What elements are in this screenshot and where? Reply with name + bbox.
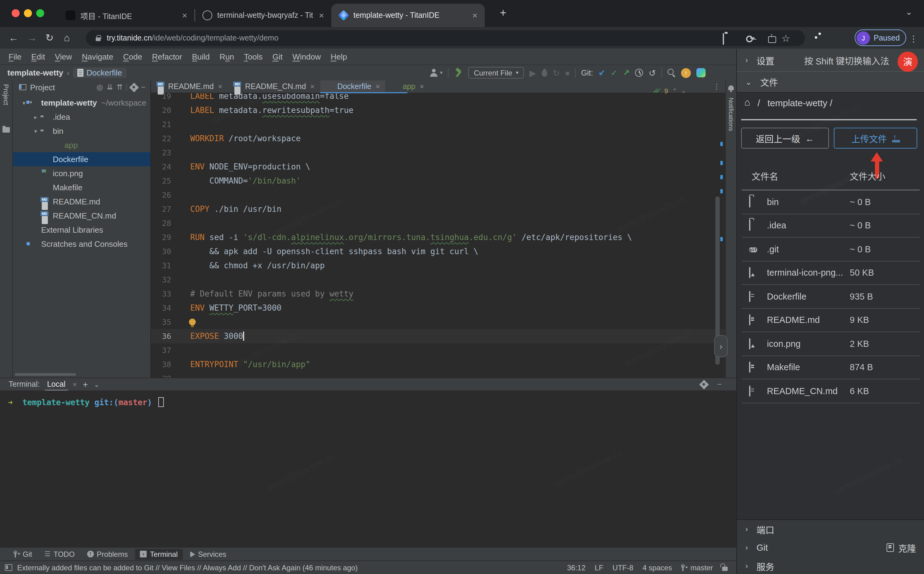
menu-navigate[interactable]: Navigate — [77, 52, 118, 62]
menu-build[interactable]: Build — [187, 52, 215, 62]
code-line-25[interactable]: 25 COMMAND='/bin/bash' — [151, 174, 725, 188]
toolwindow-button-git[interactable]: Git — [9, 549, 37, 560]
toolwindow-button-services[interactable]: Services — [185, 549, 231, 560]
terminal-tab-local[interactable]: Local — [46, 380, 67, 389]
browser-tab-template-wetty-titanide[interactable]: template-wetty - TitanIDE× — [331, 4, 485, 27]
editor-tab-close-icon[interactable]: × — [218, 82, 222, 91]
window-zoom-button[interactable] — [36, 9, 44, 17]
user-accounts-icon[interactable] — [429, 69, 438, 77]
tree-item-external-libraries[interactable]: External Libraries — [13, 223, 150, 237]
editor-tab-close-icon[interactable]: × — [376, 82, 380, 91]
terminal-new-session-icon[interactable]: + — [83, 379, 88, 389]
code-line-34[interactable]: 34ENV WETTY_PORT=3000 — [151, 301, 725, 315]
code-line-36[interactable]: 36EXPOSE 3000 — [151, 329, 725, 343]
code-line-20[interactable]: 20LABEL metadata.rewritesubpath=true — [151, 103, 725, 117]
editor-tab-dockerfile[interactable]: Dockerfile× — [320, 80, 385, 93]
terminal-dropdown-icon[interactable]: ⌄ — [94, 381, 99, 388]
editor-tab-close-icon[interactable]: × — [310, 82, 314, 91]
editor-tab-readme-md[interactable]: README.md× — [151, 80, 228, 93]
terminal-tab-close-icon[interactable]: × — [73, 381, 77, 388]
project-horizontal-scrollbar[interactable] — [15, 373, 76, 376]
menu-git[interactable]: Git — [267, 52, 288, 62]
url-text[interactable]: try.titanide.cn/ide/web/coding/template-… — [107, 34, 278, 43]
tree-item-readme-cn-md[interactable]: README_CN.md — [13, 209, 150, 223]
settings-section-header[interactable]: › 设置 按 Shift 键切换输入法 — [737, 49, 924, 72]
terminal-minimize-icon[interactable]: − — [717, 380, 721, 389]
code-line-30[interactable]: 30 && apk add -U openssh-client sshpass … — [151, 244, 725, 259]
toolwindow-button-problems[interactable]: !Problems — [82, 549, 132, 560]
file-row-readme-md[interactable]: README.md9 KB — [742, 309, 920, 332]
section-git[interactable]: ›Git克隆 — [737, 538, 924, 557]
code-line-38[interactable]: 38ENTRYPOINT "/usr/bin/app" — [151, 357, 725, 371]
code-line-35[interactable]: 35 — [151, 315, 725, 329]
menu-refactor[interactable]: Refactor — [147, 52, 187, 62]
file-row-git[interactable]: git.git~ 0 B — [742, 238, 920, 261]
panel-expander-button[interactable]: › — [714, 335, 728, 357]
code-line-33[interactable]: 33# Default ENV params used by wetty — [151, 287, 725, 301]
tree-chevron-icon[interactable]: ▸ — [31, 114, 41, 120]
code-line-31[interactable]: 31 && chmod +x /usr/bin/app — [151, 259, 725, 273]
quickfix-bulb-icon[interactable] — [189, 319, 196, 325]
forward-icon[interactable]: → — [27, 32, 37, 44]
tree-item-readme-md[interactable]: README.md — [13, 195, 150, 209]
window-minimize-button[interactable] — [24, 9, 32, 17]
editor-tab-readme-cn-md[interactable]: README_CN.md× — [228, 80, 320, 93]
upload-file-button[interactable]: 上传文件 — [834, 128, 917, 148]
file-row-bin[interactable]: bin~ 0 B — [742, 190, 920, 214]
tree-item-makefile[interactable]: Makefile — [13, 180, 150, 195]
git-update-icon[interactable]: ↙ — [599, 68, 605, 77]
media-router-icon[interactable] — [723, 33, 724, 45]
search-everywhere-icon[interactable] — [668, 69, 676, 77]
locate-file-icon[interactable]: ◎ — [97, 83, 103, 91]
toolwindow-button-todo[interactable]: ☰TODO — [39, 549, 80, 560]
tree-item-icon-png[interactable]: icon.png — [13, 166, 150, 180]
commander-folder-icon[interactable] — [2, 127, 10, 132]
terminal-settings-gear-icon[interactable] — [701, 381, 707, 388]
code-line-27[interactable]: 27COPY ./bin /usr/bin — [151, 202, 725, 216]
file-row-makefile[interactable]: Makefile874 B — [742, 356, 920, 379]
menu-run[interactable]: Run — [215, 52, 239, 62]
code-line-21[interactable]: 21 — [151, 117, 725, 131]
build-hammer-icon[interactable] — [454, 68, 463, 77]
browser-menu-dots-icon[interactable]: ⋮ — [909, 34, 918, 44]
lock-icon[interactable] — [96, 37, 101, 41]
toolwindow-toggle-icon[interactable] — [5, 564, 12, 571]
stripe-project-tab[interactable]: Project — [2, 84, 10, 105]
code-line-39[interactable]: 39 — [151, 371, 725, 378]
file-row-readme-cn-md[interactable]: README_CN.md6 KB — [742, 379, 920, 403]
tab-close-icon[interactable]: × — [318, 10, 325, 20]
new-tab-button[interactable]: + — [497, 7, 509, 20]
code-line-24[interactable]: 24ENV NODE_ENV=production \ — [151, 159, 725, 174]
code-line-29[interactable]: 29RUN sed -i 's/dl-cdn.alpinelinux.org/m… — [151, 230, 725, 244]
menu-view[interactable]: View — [50, 52, 77, 62]
git-push-icon[interactable]: ↗ — [623, 68, 630, 77]
project-options-gear-icon[interactable] — [131, 84, 137, 91]
breadcrumb-project[interactable]: template-wetty — [7, 68, 63, 77]
tree-item-app[interactable]: app — [13, 138, 150, 152]
tree-item-dockerfile[interactable]: Dockerfile — [13, 152, 150, 166]
file-row-icon-png[interactable]: icon.png2 KB — [742, 332, 920, 356]
tree-item-scratches-and-consoles[interactable]: Scratches and Consoles — [13, 237, 150, 251]
file-encoding[interactable]: UTF-8 — [613, 563, 633, 572]
terminal-output[interactable]: ➜ template-wetty git:(master) — [0, 390, 736, 574]
editor-tab-close-icon[interactable]: × — [420, 82, 424, 91]
run-icon[interactable]: ▶ — [530, 68, 536, 78]
next-problem-icon[interactable]: ⌄ — [681, 88, 686, 94]
status-message[interactable]: Externally added files can be added to G… — [17, 563, 358, 572]
update-available-icon[interactable]: ↑ — [681, 68, 691, 78]
breadcrumb-file[interactable]: Dockerfile — [73, 68, 126, 78]
file-row-idea[interactable]: .idea~ 0 B — [742, 214, 920, 238]
reload-icon[interactable]: ↻ — [46, 32, 54, 44]
run-configuration-select[interactable]: Current File▾ — [468, 67, 524, 79]
back-icon[interactable]: ← — [9, 32, 19, 44]
toolwindow-button-terminal[interactable]: ›Terminal — [135, 549, 183, 560]
hide-panel-icon[interactable]: − — [141, 83, 145, 91]
prev-problem-icon[interactable]: ⌃ — [673, 88, 677, 94]
git-commit-icon[interactable]: ✓ — [611, 68, 618, 77]
tree-item-template-wetty[interactable]: ▾template-wetty~/workspace — [13, 96, 150, 110]
menu-tools[interactable]: Tools — [239, 52, 267, 62]
clone-action[interactable]: 克隆 — [886, 541, 916, 554]
history-clock-icon[interactable] — [635, 69, 643, 77]
notifications-bell-icon[interactable] — [728, 85, 734, 90]
tab-close-icon[interactable]: × — [181, 10, 189, 20]
